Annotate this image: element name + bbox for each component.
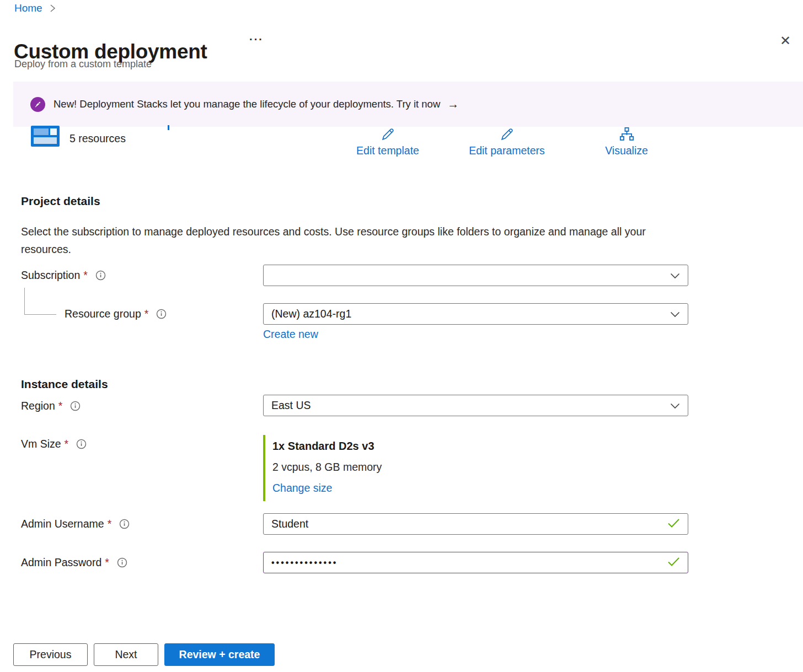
chevron-down-icon [670, 399, 680, 412]
previous-button[interactable]: Previous [13, 643, 88, 666]
template-resources-icon [31, 126, 60, 147]
info-icon[interactable] [119, 519, 130, 529]
project-details-heading: Project details [21, 195, 100, 208]
admin-password-input[interactable]: •••••••••••••• [263, 552, 688, 573]
edit-template-label: Edit template [356, 144, 419, 157]
subscription-dropdown[interactable] [263, 265, 688, 286]
chevron-down-icon [670, 269, 680, 282]
rocket-icon [30, 97, 45, 112]
banner-message: New! Deployment Stacks let you manage th… [53, 98, 440, 110]
required-marker: * [108, 518, 112, 530]
breadcrumb-home-link[interactable]: Home [14, 2, 42, 14]
arrow-right-icon: → [447, 98, 459, 111]
instance-details-heading: Instance details [21, 378, 108, 391]
pencil-icon [500, 126, 514, 142]
required-marker: * [105, 556, 109, 569]
edit-template-button[interactable]: Edit template [347, 126, 428, 157]
resource-group-label: Resource group * [65, 308, 167, 320]
edit-parameters-label: Edit parameters [469, 144, 545, 157]
cropped-element-artifact [168, 125, 169, 130]
project-details-description: Select the subscription to manage deploy… [21, 223, 655, 258]
visualize-icon [619, 126, 634, 142]
admin-username-value: Student [271, 518, 308, 530]
more-options-button[interactable]: ··· [249, 33, 264, 46]
info-icon[interactable] [117, 557, 127, 568]
info-icon[interactable] [156, 309, 167, 319]
info-icon[interactable] [95, 270, 106, 281]
review-create-button[interactable]: Review + create [164, 643, 275, 666]
next-button[interactable]: Next [94, 643, 158, 666]
visualize-label: Visualize [605, 144, 648, 157]
create-new-link[interactable]: Create new [263, 328, 318, 341]
resource-group-value: (New) az104-rg1 [271, 308, 351, 320]
required-marker: * [65, 438, 69, 450]
admin-username-input[interactable]: Student [263, 513, 688, 535]
pencil-icon [381, 126, 395, 142]
subscription-label: Subscription * [21, 269, 106, 282]
info-icon[interactable] [76, 439, 87, 449]
region-dropdown[interactable]: East US [263, 395, 688, 416]
breadcrumb: Home [14, 2, 56, 14]
resources-count-label: 5 resources [69, 132, 126, 145]
required-marker: * [144, 308, 149, 320]
info-icon[interactable] [70, 401, 81, 411]
resource-group-dropdown[interactable]: (New) az104-rg1 [263, 303, 688, 325]
deployment-stacks-banner[interactable]: New! Deployment Stacks let you manage th… [13, 82, 803, 127]
region-value: East US [271, 399, 311, 412]
vm-size-selection: 1x Standard D2s v3 2 vcpus, 8 GB memory … [263, 435, 382, 501]
change-size-link[interactable]: Change size [272, 482, 382, 494]
region-label: Region * [21, 400, 81, 412]
required-marker: * [83, 269, 88, 282]
vm-size-title: 1x Standard D2s v3 [272, 440, 382, 453]
vm-size-specs: 2 vcpus, 8 GB memory [272, 461, 382, 474]
page-subtitle: Deploy from a custom template [14, 58, 152, 70]
resource-group-connector-line [24, 288, 56, 315]
close-icon[interactable]: ✕ [778, 32, 793, 50]
admin-username-label: Admin Username * [21, 518, 130, 530]
valid-check-icon [667, 556, 680, 569]
admin-password-label: Admin Password * [21, 556, 127, 569]
admin-password-masked-value: •••••••••••••• [271, 558, 338, 568]
chevron-down-icon [670, 308, 680, 320]
visualize-button[interactable]: Visualize [595, 126, 659, 157]
chevron-right-icon [49, 4, 56, 13]
vm-size-label: Vm Size * [21, 438, 87, 450]
required-marker: * [58, 400, 63, 412]
valid-check-icon [667, 518, 680, 530]
edit-parameters-button[interactable]: Edit parameters [461, 126, 553, 157]
